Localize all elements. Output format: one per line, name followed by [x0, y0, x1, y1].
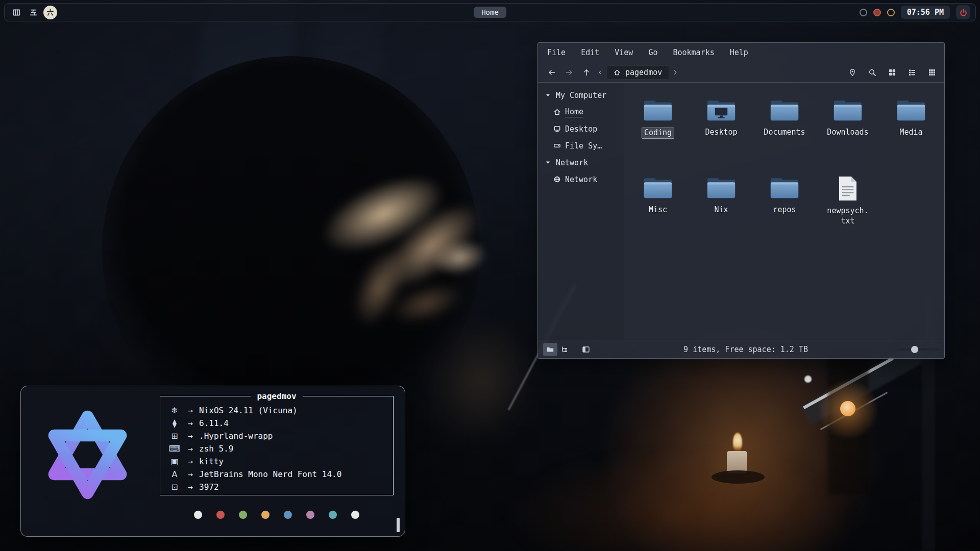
tray-icon-3[interactable]	[887, 9, 895, 16]
palette-dot	[194, 511, 202, 519]
sidebar-item-desktop[interactable]: Desktop	[542, 120, 624, 137]
dual-pane-toggle-button[interactable]	[579, 343, 593, 356]
sidebar-item-label: Home	[565, 107, 583, 117]
side-pane-toggle-button[interactable]	[543, 343, 557, 356]
arrow-icon: →	[182, 431, 199, 441]
up-button[interactable]	[579, 65, 594, 80]
fetch-row-shell: ⌨ → zsh 5.9	[160, 442, 393, 455]
icon-view-button[interactable]	[886, 66, 898, 79]
sidebar-section-label: My Computer	[556, 91, 606, 100]
palette-dot	[329, 511, 337, 519]
split-pane-icon	[582, 345, 590, 354]
window-body: My Computer Home Desktop File Sy… Networ…	[538, 83, 944, 340]
file-item-desktop[interactable]: Desktop	[690, 98, 753, 176]
menu-help[interactable]: Help	[729, 47, 749, 58]
expander-icon	[544, 91, 552, 99]
path-scroll-left-button[interactable]	[596, 65, 604, 80]
nixos-logo	[35, 403, 140, 507]
fetch-row-font: A → JetBrains Mono Nerd Font 14.0	[160, 468, 393, 481]
sidebar-item-file-system[interactable]: File Sy…	[542, 137, 624, 154]
fetch-row-wm: ⊞ → .Hyprland-wrapp	[160, 430, 393, 442]
grid-view-icon	[888, 68, 896, 77]
arrow-icon: →	[182, 469, 199, 479]
arrow-icon: →	[182, 418, 199, 428]
folder-icon	[643, 176, 673, 201]
chevron-left-icon	[597, 69, 603, 76]
sidebar-item-network[interactable]: Network	[542, 171, 624, 188]
arrow-icon: →	[182, 482, 199, 492]
chevron-right-icon	[672, 69, 678, 76]
menu-view[interactable]: View	[614, 47, 634, 58]
workspace-button-4[interactable]	[10, 6, 23, 19]
fetch-row-kernel: ⧫ → 6.11.4	[160, 417, 393, 430]
arrow-up-icon	[582, 68, 591, 77]
kanji-five-icon	[29, 8, 38, 17]
search-icon	[868, 68, 876, 77]
file-item-misc[interactable]: Misc	[626, 176, 690, 253]
path-scroll-right-button[interactable]	[671, 65, 679, 80]
terminal-window[interactable]: pagedmov ❄ → NixOS 24.11 (Vicuna) ⧫ → 6.…	[20, 386, 405, 537]
list-view-button[interactable]	[906, 66, 918, 79]
sidebar-section-network[interactable]: Network	[542, 154, 624, 171]
file-item-nix[interactable]: Nix	[690, 176, 753, 253]
file-item-label: Desktop	[705, 128, 737, 138]
file-item-downloads[interactable]: Downloads	[816, 98, 879, 176]
palette-dot	[216, 511, 225, 519]
forward-button[interactable]	[561, 65, 577, 80]
file-item-coding[interactable]: Coding	[626, 98, 690, 176]
folder-icon	[769, 176, 800, 201]
path-location-label: pagedmov	[625, 68, 662, 77]
location-button[interactable]	[846, 66, 859, 79]
back-button[interactable]	[544, 65, 559, 80]
toolbar: pagedmov	[538, 62, 944, 83]
hard-drive-icon	[553, 142, 561, 149]
workspace-button-5[interactable]	[27, 6, 40, 19]
file-item-documents[interactable]: Documents	[753, 98, 816, 176]
terminal-cursor	[397, 518, 400, 532]
kanji-six-icon	[46, 8, 55, 17]
workspace-switcher	[10, 6, 57, 19]
file-item-repos[interactable]: repos	[753, 176, 816, 253]
compact-view-icon	[928, 68, 936, 77]
file-item-media[interactable]: Media	[879, 98, 943, 176]
fetch-value-packages: 3972	[199, 482, 219, 492]
menu-go[interactable]: Go	[647, 47, 658, 58]
power-button[interactable]	[956, 5, 970, 19]
tray-icon-1[interactable]	[860, 9, 867, 16]
sidebar-item-home[interactable]: Home	[542, 104, 624, 120]
sidebar-section-label: Network	[556, 158, 588, 167]
file-item-newpsych-txt[interactable]: newpsych.txt	[816, 176, 879, 253]
tree-view-toggle-button[interactable]	[557, 343, 572, 356]
kanji-four-icon	[12, 8, 21, 17]
file-manager-window: File Edit View Go Bookmarks Help pagedmo…	[537, 42, 945, 359]
folder-icon	[896, 98, 926, 123]
monitor-icon	[553, 125, 561, 133]
folder-icon	[832, 98, 863, 123]
menu-bookmarks[interactable]: Bookmarks	[672, 47, 715, 58]
tree-view-icon	[560, 345, 569, 354]
palette-dot	[306, 511, 314, 519]
arrow-right-icon	[565, 68, 573, 77]
zoom-slider-knob[interactable]	[911, 346, 918, 353]
file-item-label: Coding	[642, 128, 674, 139]
file-icon-view: Coding Desktop Documents Downloads Media	[624, 83, 944, 340]
nixos-icon: ❄	[167, 406, 182, 415]
sidebar-section-my-computer[interactable]: My Computer	[542, 87, 624, 104]
list-view-icon	[908, 68, 916, 77]
arrow-left-icon	[548, 68, 556, 77]
sidebar-item-label: File Sy…	[565, 141, 602, 151]
path-bar-current-location[interactable]: pagedmov	[606, 65, 669, 80]
home-icon	[614, 69, 621, 76]
workspace-button-6-active[interactable]	[43, 6, 57, 19]
tray-icon-2[interactable]	[873, 9, 881, 16]
file-item-label: repos	[773, 205, 796, 215]
menu-edit[interactable]: Edit	[580, 47, 600, 58]
compact-view-button[interactable]	[926, 66, 938, 79]
status-text: 9 items, Free space: 1.2 TB	[593, 345, 898, 354]
focused-window-title[interactable]: Home	[474, 7, 506, 18]
search-button[interactable]	[866, 66, 878, 79]
folder-icon	[769, 98, 800, 123]
zoom-slider[interactable]	[898, 345, 939, 354]
menu-file[interactable]: File	[546, 47, 567, 58]
sidebar-item-label: Network	[565, 175, 597, 184]
